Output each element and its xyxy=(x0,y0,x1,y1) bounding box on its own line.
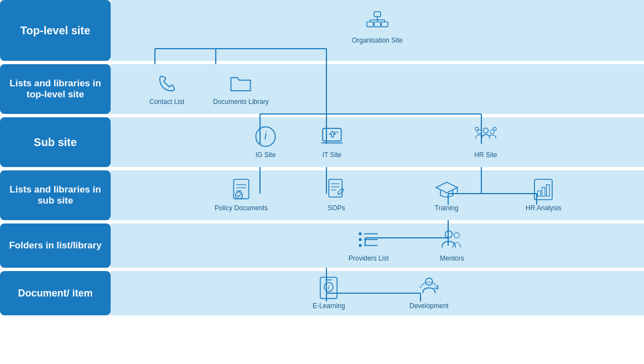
development-label: Development xyxy=(409,302,449,311)
documents-library-item: Documents Library xyxy=(213,71,269,107)
documents-library-label: Documents Library xyxy=(213,98,269,107)
development-item: Development xyxy=(409,275,449,311)
row-lists-top: Lists and libraries in top-level site Co… xyxy=(0,64,644,114)
svg-rect-30 xyxy=(381,22,388,27)
org-site-label: Organisation Site xyxy=(352,37,403,45)
hr-analysis-label: HR Analysis xyxy=(526,204,562,213)
svg-point-40 xyxy=(475,127,479,131)
it-site-label: IT Site xyxy=(323,151,341,160)
row-doc: Document/ item i E-Learning xyxy=(0,271,644,315)
lists-top-label: Lists and libraries in top-level site xyxy=(0,64,111,114)
svg-point-58 xyxy=(359,232,362,235)
svg-point-70 xyxy=(425,278,433,285)
development-icon xyxy=(417,275,441,300)
it-site-icon xyxy=(320,124,344,149)
providers-list-icon xyxy=(356,228,381,252)
hr-site-icon xyxy=(474,124,498,149)
it-site-item: IT Site xyxy=(320,124,344,160)
svg-rect-22 xyxy=(374,12,381,17)
svg-rect-55 xyxy=(538,191,541,196)
doc-item-label: Document/ item xyxy=(0,271,111,315)
providers-list-label: Providers List xyxy=(349,254,389,263)
lists-sub-label: Lists and libraries in sub site xyxy=(0,170,111,220)
mentors-label: Mentors xyxy=(440,254,464,263)
training-label: Training xyxy=(435,204,459,213)
sops-label: SOPs xyxy=(328,204,345,213)
policy-docs-label: Policy Documents xyxy=(215,204,268,213)
svg-point-64 xyxy=(445,231,453,238)
svg-rect-28 xyxy=(367,22,373,27)
sops-icon xyxy=(324,178,349,202)
elearning-label: E-Learning xyxy=(313,302,345,311)
svg-rect-29 xyxy=(374,22,381,27)
contact-list-icon xyxy=(155,71,179,96)
hr-analysis-icon xyxy=(531,178,555,202)
svg-text:i: i xyxy=(264,129,267,142)
top-site-label: Top-level site xyxy=(0,0,111,61)
ig-site-label: IG Site xyxy=(256,151,276,160)
svg-rect-33 xyxy=(323,128,341,141)
svg-point-60 xyxy=(359,238,362,241)
svg-point-46 xyxy=(236,192,243,199)
org-site-icon xyxy=(365,10,389,34)
ig-site-item: i IG Site xyxy=(253,124,278,160)
svg-point-41 xyxy=(493,127,496,131)
policy-docs-icon xyxy=(229,178,253,202)
training-item: Training xyxy=(434,178,459,213)
hr-site-label: HR Site xyxy=(474,151,497,160)
svg-text:i: i xyxy=(328,284,330,290)
row-top-site: Top-level site xyxy=(0,0,644,61)
sub-site-label: Sub site xyxy=(0,117,111,167)
providers-list-item: Providers List xyxy=(349,228,389,263)
folders-label: Folders in list/library xyxy=(0,223,111,268)
policy-docs-item: Policy Documents xyxy=(215,178,268,213)
lists-top-content: Contact List Documents Library xyxy=(111,64,644,114)
training-icon xyxy=(434,178,459,202)
org-site-item: Organisation Site xyxy=(352,10,403,45)
contact-list-label: Contact List xyxy=(149,98,184,107)
mentors-item: Mentors xyxy=(440,228,464,263)
doc-content: i E-Learning Development xyxy=(111,271,644,315)
svg-point-62 xyxy=(359,244,362,247)
diagram: Top-level site xyxy=(0,0,644,364)
folders-content: Providers List Mentors xyxy=(111,223,644,268)
svg-rect-47 xyxy=(329,179,342,197)
svg-marker-52 xyxy=(436,183,457,193)
hr-site-item: HR Site xyxy=(474,124,498,160)
sub-site-content: i IG Site IT Site xyxy=(111,117,644,167)
ig-site-icon: i xyxy=(253,124,278,149)
elearning-icon: i xyxy=(316,275,341,300)
svg-point-65 xyxy=(454,233,460,238)
hr-analysis-item: HR Analysis xyxy=(526,178,562,213)
sops-item: SOPs xyxy=(324,178,349,213)
top-site-content: Organisation Site xyxy=(111,0,644,61)
svg-rect-56 xyxy=(542,188,546,196)
documents-library-icon xyxy=(228,71,253,96)
svg-point-37 xyxy=(484,128,489,133)
row-folders: Folders in list/library Providers List xyxy=(0,223,644,268)
elearning-item: i E-Learning xyxy=(313,275,345,311)
lists-sub-content: Policy Documents SOPs xyxy=(111,170,644,220)
row-lists-sub: Lists and libraries in sub site Policy D… xyxy=(0,170,644,220)
mentors-icon xyxy=(440,228,464,252)
svg-rect-57 xyxy=(547,185,550,196)
row-sub: Sub site i IG Site IT xyxy=(0,117,644,167)
contact-list-item: Contact List xyxy=(149,71,184,107)
